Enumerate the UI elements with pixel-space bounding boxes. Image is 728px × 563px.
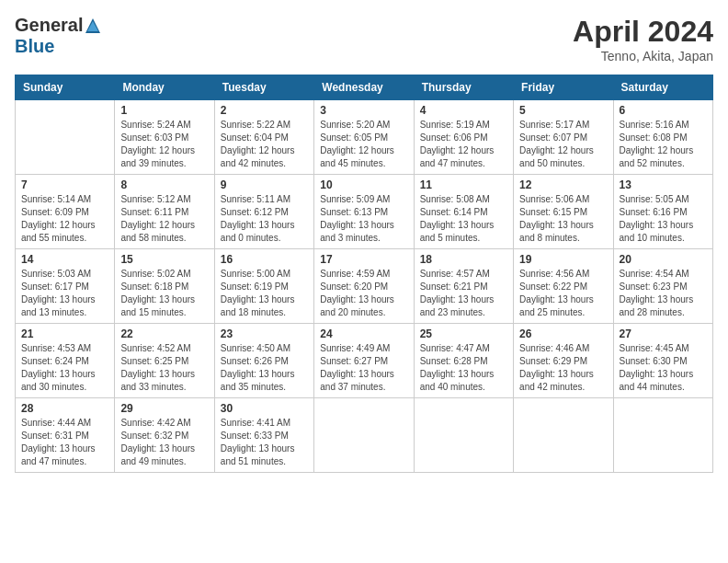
day-number: 18 xyxy=(420,253,507,266)
day-number: 3 xyxy=(320,104,407,117)
calendar-cell: 12Sunrise: 5:06 AM Sunset: 6:15 PM Dayli… xyxy=(514,175,613,249)
calendar-cell: 22Sunrise: 4:52 AM Sunset: 6:25 PM Dayli… xyxy=(115,324,214,398)
weekday-header-thursday: Thursday xyxy=(414,75,513,100)
calendar-cell: 6Sunrise: 5:16 AM Sunset: 6:08 PM Daylig… xyxy=(613,100,712,175)
weekday-header-saturday: Saturday xyxy=(613,75,712,100)
location: Tenno, Akita, Japan xyxy=(573,49,713,63)
day-info: Sunrise: 4:49 AM Sunset: 6:27 PM Dayligh… xyxy=(320,342,407,394)
calendar-cell: 14Sunrise: 5:03 AM Sunset: 6:17 PM Dayli… xyxy=(16,249,115,324)
calendar-cell: 17Sunrise: 4:59 AM Sunset: 6:20 PM Dayli… xyxy=(314,249,414,324)
day-info: Sunrise: 4:47 AM Sunset: 6:28 PM Dayligh… xyxy=(420,342,507,394)
day-number: 6 xyxy=(620,104,707,117)
calendar-table: SundayMondayTuesdayWednesdayThursdayFrid… xyxy=(15,75,713,473)
calendar-cell: 10Sunrise: 5:09 AM Sunset: 6:13 PM Dayli… xyxy=(314,175,414,249)
day-info: Sunrise: 4:44 AM Sunset: 6:31 PM Dayligh… xyxy=(21,417,108,468)
weekday-header-row: SundayMondayTuesdayWednesdayThursdayFrid… xyxy=(16,75,713,100)
day-number: 14 xyxy=(21,253,108,266)
calendar-cell: 24Sunrise: 4:49 AM Sunset: 6:27 PM Dayli… xyxy=(314,324,414,398)
day-number: 29 xyxy=(120,402,208,415)
week-row-2: 7Sunrise: 5:14 AM Sunset: 6:09 PM Daylig… xyxy=(16,175,713,249)
calendar-cell: 28Sunrise: 4:44 AM Sunset: 6:31 PM Dayli… xyxy=(16,398,115,473)
calendar-cell: 21Sunrise: 4:53 AM Sunset: 6:24 PM Dayli… xyxy=(16,324,115,398)
day-info: Sunrise: 5:09 AM Sunset: 6:13 PM Dayligh… xyxy=(320,193,407,245)
day-number: 26 xyxy=(519,327,607,340)
day-info: Sunrise: 4:52 AM Sunset: 6:25 PM Dayligh… xyxy=(120,342,208,394)
day-info: Sunrise: 5:05 AM Sunset: 6:16 PM Dayligh… xyxy=(620,193,707,245)
logo-blue-text: Blue xyxy=(15,36,54,57)
day-info: Sunrise: 5:11 AM Sunset: 6:12 PM Dayligh… xyxy=(221,193,308,245)
title-block: April 2024 Tenno, Akita, Japan xyxy=(573,15,713,63)
day-number: 23 xyxy=(221,327,308,340)
day-info: Sunrise: 5:22 AM Sunset: 6:04 PM Dayligh… xyxy=(221,119,308,170)
calendar-cell: 15Sunrise: 5:02 AM Sunset: 6:18 PM Dayli… xyxy=(115,249,214,324)
calendar-cell: 25Sunrise: 4:47 AM Sunset: 6:28 PM Dayli… xyxy=(414,324,513,398)
day-info: Sunrise: 4:54 AM Sunset: 6:23 PM Dayligh… xyxy=(620,268,707,319)
day-info: Sunrise: 5:24 AM Sunset: 6:03 PM Dayligh… xyxy=(120,119,208,170)
month-title: April 2024 xyxy=(573,15,713,49)
day-number: 17 xyxy=(320,253,407,266)
week-row-5: 28Sunrise: 4:44 AM Sunset: 6:31 PM Dayli… xyxy=(16,398,713,473)
day-number: 30 xyxy=(221,402,308,415)
day-info: Sunrise: 5:06 AM Sunset: 6:15 PM Dayligh… xyxy=(519,193,607,245)
day-number: 20 xyxy=(620,253,707,266)
calendar-cell xyxy=(514,398,613,473)
calendar-cell: 30Sunrise: 4:41 AM Sunset: 6:33 PM Dayli… xyxy=(214,398,313,473)
day-number: 19 xyxy=(519,253,607,266)
weekday-header-sunday: Sunday xyxy=(16,75,115,100)
logo: General Blue xyxy=(15,15,101,57)
calendar-cell: 8Sunrise: 5:12 AM Sunset: 6:11 PM Daylig… xyxy=(115,175,214,249)
calendar-cell: 20Sunrise: 4:54 AM Sunset: 6:23 PM Dayli… xyxy=(613,249,712,324)
calendar-cell: 7Sunrise: 5:14 AM Sunset: 6:09 PM Daylig… xyxy=(16,175,115,249)
calendar-cell: 5Sunrise: 5:17 AM Sunset: 6:07 PM Daylig… xyxy=(514,100,613,175)
calendar-cell: 26Sunrise: 4:46 AM Sunset: 6:29 PM Dayli… xyxy=(514,324,613,398)
calendar-cell: 19Sunrise: 4:56 AM Sunset: 6:22 PM Dayli… xyxy=(514,249,613,324)
calendar-cell: 16Sunrise: 5:00 AM Sunset: 6:19 PM Dayli… xyxy=(214,249,313,324)
weekday-header-wednesday: Wednesday xyxy=(314,75,414,100)
day-number: 1 xyxy=(120,104,208,117)
calendar-cell xyxy=(613,398,712,473)
day-number: 22 xyxy=(120,327,208,340)
calendar-cell: 11Sunrise: 5:08 AM Sunset: 6:14 PM Dayli… xyxy=(414,175,513,249)
week-row-4: 21Sunrise: 4:53 AM Sunset: 6:24 PM Dayli… xyxy=(16,324,713,398)
week-row-3: 14Sunrise: 5:03 AM Sunset: 6:17 PM Dayli… xyxy=(16,249,713,324)
day-info: Sunrise: 5:02 AM Sunset: 6:18 PM Dayligh… xyxy=(120,268,208,319)
day-info: Sunrise: 4:46 AM Sunset: 6:29 PM Dayligh… xyxy=(519,342,607,394)
calendar-cell: 9Sunrise: 5:11 AM Sunset: 6:12 PM Daylig… xyxy=(214,175,313,249)
day-number: 12 xyxy=(519,178,607,191)
day-info: Sunrise: 4:53 AM Sunset: 6:24 PM Dayligh… xyxy=(21,342,108,394)
day-info: Sunrise: 4:41 AM Sunset: 6:33 PM Dayligh… xyxy=(221,417,308,468)
day-info: Sunrise: 5:19 AM Sunset: 6:06 PM Dayligh… xyxy=(420,119,507,170)
weekday-header-tuesday: Tuesday xyxy=(214,75,313,100)
calendar-cell: 29Sunrise: 4:42 AM Sunset: 6:32 PM Dayli… xyxy=(115,398,214,473)
calendar-cell: 2Sunrise: 5:22 AM Sunset: 6:04 PM Daylig… xyxy=(214,100,313,175)
day-info: Sunrise: 5:12 AM Sunset: 6:11 PM Dayligh… xyxy=(120,193,208,245)
day-info: Sunrise: 4:45 AM Sunset: 6:30 PM Dayligh… xyxy=(620,342,707,394)
calendar-cell xyxy=(314,398,414,473)
calendar-cell xyxy=(414,398,513,473)
calendar-cell: 3Sunrise: 5:20 AM Sunset: 6:05 PM Daylig… xyxy=(314,100,414,175)
day-info: Sunrise: 5:20 AM Sunset: 6:05 PM Dayligh… xyxy=(320,119,407,170)
day-info: Sunrise: 5:00 AM Sunset: 6:19 PM Dayligh… xyxy=(221,268,308,319)
day-info: Sunrise: 5:14 AM Sunset: 6:09 PM Dayligh… xyxy=(21,193,108,245)
day-info: Sunrise: 4:42 AM Sunset: 6:32 PM Dayligh… xyxy=(120,417,208,468)
day-number: 10 xyxy=(320,178,407,191)
logo-general-text: General xyxy=(15,15,83,36)
day-number: 13 xyxy=(620,178,707,191)
weekday-header-monday: Monday xyxy=(115,75,214,100)
day-number: 2 xyxy=(221,104,308,117)
day-number: 24 xyxy=(320,327,407,340)
weekday-header-friday: Friday xyxy=(514,75,613,100)
calendar-cell xyxy=(16,100,115,175)
day-number: 11 xyxy=(420,178,507,191)
logo-icon xyxy=(85,17,101,34)
day-info: Sunrise: 5:17 AM Sunset: 6:07 PM Dayligh… xyxy=(519,119,607,170)
day-number: 28 xyxy=(21,402,108,415)
day-info: Sunrise: 5:08 AM Sunset: 6:14 PM Dayligh… xyxy=(420,193,507,245)
day-info: Sunrise: 5:03 AM Sunset: 6:17 PM Dayligh… xyxy=(21,268,108,319)
calendar-cell: 13Sunrise: 5:05 AM Sunset: 6:16 PM Dayli… xyxy=(613,175,712,249)
day-info: Sunrise: 4:56 AM Sunset: 6:22 PM Dayligh… xyxy=(519,268,607,319)
day-info: Sunrise: 4:57 AM Sunset: 6:21 PM Dayligh… xyxy=(420,268,507,319)
day-info: Sunrise: 5:16 AM Sunset: 6:08 PM Dayligh… xyxy=(620,119,707,170)
day-number: 8 xyxy=(120,178,208,191)
calendar-cell: 18Sunrise: 4:57 AM Sunset: 6:21 PM Dayli… xyxy=(414,249,513,324)
